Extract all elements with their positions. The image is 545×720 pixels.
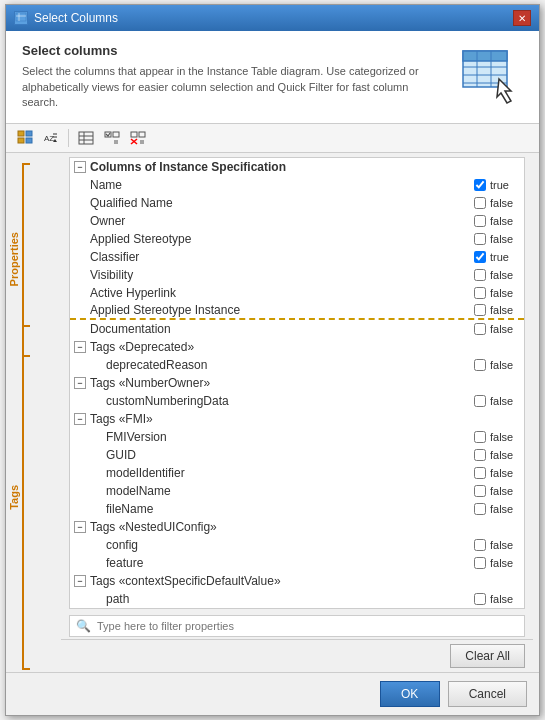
checkbox-documentation[interactable] (474, 323, 486, 335)
checkbox-feature[interactable] (474, 557, 486, 569)
row-config[interactable]: config false (70, 536, 524, 554)
search-icon: 🔍 (76, 619, 91, 633)
svg-rect-12 (26, 131, 32, 136)
category-row-nesteduiconfig[interactable]: − Tags «NestedUIConfig» (70, 518, 524, 536)
header-section: Select columns Select the columns that a… (6, 31, 539, 123)
side-annotations: Properties Tags (6, 153, 61, 672)
svg-rect-0 (16, 13, 26, 21)
expand-icon-numberowner[interactable]: − (74, 377, 86, 389)
row-deprecated-reason[interactable]: deprecatedReason false (70, 356, 524, 374)
expand-icon-fmi[interactable]: − (74, 413, 86, 425)
svg-rect-14 (26, 138, 32, 143)
toolbar-clear-btn[interactable] (127, 128, 149, 148)
row-model-name[interactable]: modelName false (70, 482, 524, 500)
row-applied-stereotype[interactable]: Applied Stereotype false (70, 230, 524, 248)
clear-all-row: Clear All (61, 639, 533, 672)
row-custom-numbering[interactable]: customNumberingData false (70, 392, 524, 410)
checkbox-classifier[interactable] (474, 251, 486, 263)
category-row-columns[interactable]: − Columns of Instance Specification (70, 158, 524, 176)
row-active-hyperlink[interactable]: Active Hyperlink false (70, 284, 524, 302)
svg-rect-4 (463, 51, 507, 61)
checkbox-owner[interactable] (474, 215, 486, 227)
expand-icon-deprecated[interactable]: − (74, 341, 86, 353)
checkbox-qualified-name[interactable] (474, 197, 486, 209)
checkbox-deprecated-reason[interactable] (474, 359, 486, 371)
svg-rect-24 (113, 132, 119, 137)
category-row-deprecated[interactable]: − Tags «Deprecated» (70, 338, 524, 356)
toolbar-table-btn[interactable] (75, 128, 97, 148)
clear-all-button[interactable]: Clear All (450, 644, 525, 668)
row-visibility[interactable]: Visibility false (70, 266, 524, 284)
category-row-context[interactable]: − Tags «contextSpecificDefaultValue» (70, 572, 524, 590)
checkbox-custom-numbering[interactable] (474, 395, 486, 407)
toolbar-separator-1 (68, 129, 69, 147)
toolbar-check-btn[interactable] (101, 128, 123, 148)
filter-bar: 🔍 (69, 615, 525, 637)
svg-rect-11 (18, 131, 24, 136)
right-panel: − Columns of Instance Specification Name… (61, 153, 539, 672)
svg-rect-28 (139, 132, 145, 137)
row-documentation[interactable]: Documentation false (70, 320, 524, 338)
properties-label: Properties (8, 232, 20, 286)
columns-tree[interactable]: − Columns of Instance Specification Name… (69, 157, 525, 609)
expand-icon-columns[interactable]: − (74, 161, 86, 173)
close-button[interactable]: ✕ (513, 10, 531, 26)
row-path[interactable]: path false (70, 590, 524, 608)
filter-input[interactable] (97, 620, 518, 632)
category-row-numberowner[interactable]: − Tags «NumberOwner» (70, 374, 524, 392)
svg-rect-19 (79, 132, 93, 144)
header-description: Select the columns that appear in the In… (22, 64, 447, 110)
svg-rect-27 (131, 132, 137, 137)
cancel-button[interactable]: Cancel (448, 681, 527, 707)
toolbar-alpha-btn[interactable]: AZ (40, 128, 62, 148)
row-name[interactable]: Name true (70, 176, 524, 194)
checkbox-applied-stereotype[interactable] (474, 233, 486, 245)
expand-icon-nesteduiconfig[interactable]: − (74, 521, 86, 533)
checkbox-model-identifier[interactable] (474, 467, 486, 479)
toolbar: AZ (6, 124, 539, 153)
header-text: Select columns Select the columns that a… (22, 43, 447, 110)
tags-annotation: Tags (8, 325, 30, 670)
tags-label: Tags (8, 485, 20, 510)
row-feature[interactable]: feature false (70, 554, 524, 572)
category-row-fmi[interactable]: − Tags «FMI» (70, 410, 524, 428)
row-guid[interactable]: GUID false (70, 446, 524, 464)
title-bar-left: Select Columns (14, 11, 118, 25)
expand-icon-context[interactable]: − (74, 575, 86, 587)
dialog-icon (14, 11, 28, 25)
main-content: Properties Tags − Columns of Instance Sp… (6, 153, 539, 672)
dialog-footer: OK Cancel (6, 672, 539, 715)
title-bar: Select Columns ✕ (6, 5, 539, 31)
toolbar-categorized-btn[interactable] (14, 128, 36, 148)
category-label-columns: Columns of Instance Specification (90, 160, 520, 174)
svg-text:AZ: AZ (44, 134, 54, 143)
row-qualified-name[interactable]: Qualified Name false (70, 194, 524, 212)
checkbox-visibility[interactable] (474, 269, 486, 281)
ok-button[interactable]: OK (380, 681, 440, 707)
header-icon (459, 43, 523, 107)
dialog-title: Select Columns (34, 11, 118, 25)
row-classifier[interactable]: Classifier true (70, 248, 524, 266)
svg-rect-13 (18, 138, 24, 143)
checkbox-active-hyperlink[interactable] (474, 287, 486, 299)
checkbox-model-name[interactable] (474, 485, 486, 497)
header-title: Select columns (22, 43, 447, 58)
row-fmi-version[interactable]: FMIVersion false (70, 428, 524, 446)
tags-bracket (22, 325, 30, 670)
checkbox-path[interactable] (474, 593, 486, 605)
row-applied-stereotype-instance[interactable]: Applied Stereotype Instance false (70, 302, 524, 320)
row-owner[interactable]: Owner false (70, 212, 524, 230)
select-columns-dialog: Select Columns ✕ Select columns Select t… (5, 4, 540, 715)
checkbox-name[interactable] (474, 179, 486, 191)
checkbox-guid[interactable] (474, 449, 486, 461)
checkbox-config[interactable] (474, 539, 486, 551)
checkbox-fmi-version[interactable] (474, 431, 486, 443)
row-model-identifier[interactable]: modelIdentifier false (70, 464, 524, 482)
checkbox-file-name[interactable] (474, 503, 486, 515)
row-file-name[interactable]: fileName false (70, 500, 524, 518)
checkbox-applied-stereotype-instance[interactable] (474, 304, 486, 316)
